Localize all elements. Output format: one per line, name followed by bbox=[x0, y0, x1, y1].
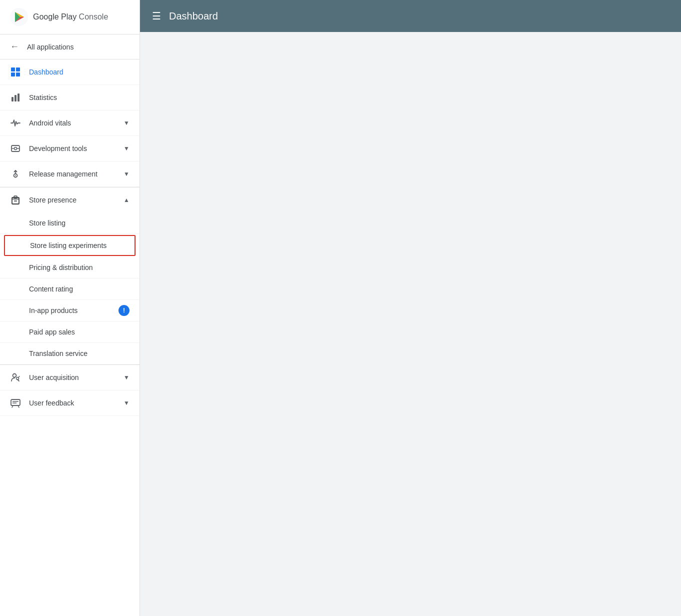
android-vitals-label: Android vitals bbox=[29, 119, 116, 127]
svg-point-10 bbox=[14, 148, 17, 150]
svg-rect-16 bbox=[14, 196, 17, 198]
google-play-logo-icon bbox=[10, 8, 28, 26]
dashboard-icon bbox=[10, 66, 21, 78]
in-app-products-badge: ! bbox=[118, 305, 130, 316]
release-icon bbox=[10, 168, 21, 180]
content-rating-item[interactable]: Content rating bbox=[0, 278, 140, 300]
sidebar-item-user-feedback[interactable]: User feedback ▼ bbox=[0, 390, 140, 416]
svg-point-14 bbox=[15, 175, 16, 176]
paid-app-sales-label: Paid app sales bbox=[29, 328, 75, 336]
store-presence-label: Store presence bbox=[29, 196, 116, 204]
pricing-distribution-item[interactable]: Pricing & distribution bbox=[0, 257, 140, 278]
user-feedback-chevron-icon: ▼ bbox=[124, 400, 130, 406]
sidebar: Google Play Console ← All applications D… bbox=[0, 0, 140, 616]
store-listing-label: Store listing bbox=[29, 219, 66, 227]
svg-rect-2 bbox=[11, 68, 15, 72]
store-presence-chevron-icon: ▲ bbox=[124, 196, 130, 204]
sidebar-item-statistics[interactable]: Statistics bbox=[0, 85, 140, 110]
sidebar-header: Google Play Console bbox=[0, 0, 140, 34]
store-presence-submenu: Store listing Store listing experiments … bbox=[0, 212, 140, 364]
sidebar-item-android-vitals[interactable]: Android vitals ▼ bbox=[0, 110, 140, 136]
dashboard-label: Dashboard bbox=[29, 68, 130, 76]
svg-rect-3 bbox=[16, 68, 20, 72]
in-app-products-label: In-app products bbox=[29, 306, 78, 314]
svg-rect-8 bbox=[18, 94, 20, 102]
svg-point-18 bbox=[13, 374, 16, 378]
translation-service-label: Translation service bbox=[29, 350, 88, 358]
statistics-label: Statistics bbox=[29, 94, 130, 102]
svg-rect-20 bbox=[11, 400, 20, 406]
sidebar-navigation: ← All applications Dashboard bbox=[0, 34, 140, 616]
all-applications-label: All applications bbox=[27, 43, 74, 51]
in-app-products-item[interactable]: In-app products ! bbox=[0, 300, 140, 322]
page-title: Dashboard bbox=[169, 10, 218, 22]
main-header: ☰ Dashboard bbox=[140, 0, 681, 32]
paid-app-sales-item[interactable]: Paid app sales bbox=[0, 322, 140, 343]
svg-rect-5 bbox=[16, 72, 20, 76]
store-listing-item[interactable]: Store listing bbox=[0, 212, 140, 234]
pricing-distribution-label: Pricing & distribution bbox=[29, 264, 93, 272]
svg-rect-4 bbox=[11, 72, 15, 76]
release-management-chevron-icon: ▼ bbox=[124, 170, 130, 178]
dev-tools-icon bbox=[10, 143, 21, 154]
development-tools-chevron-icon: ▼ bbox=[124, 145, 130, 152]
release-management-label: Release management bbox=[29, 170, 116, 178]
sidebar-item-store-presence[interactable]: Store presence ▲ bbox=[0, 188, 140, 212]
user-acquisition-label: User acquisition bbox=[29, 374, 116, 382]
back-arrow-icon: ← bbox=[10, 42, 19, 52]
vitals-icon bbox=[10, 118, 21, 128]
svg-rect-6 bbox=[12, 97, 14, 102]
user-acquisition-chevron-icon: ▼ bbox=[124, 374, 130, 381]
main-body bbox=[140, 32, 681, 616]
main-content: ☰ Dashboard bbox=[140, 0, 681, 616]
store-listing-experiments-item[interactable]: Store listing experiments bbox=[4, 235, 136, 256]
bar-chart-icon bbox=[10, 92, 21, 103]
svg-rect-17 bbox=[14, 200, 17, 202]
store-listing-experiments-label: Store listing experiments bbox=[30, 242, 106, 250]
hamburger-menu-icon[interactable]: ☰ bbox=[152, 10, 161, 22]
sidebar-item-release-management[interactable]: Release management ▼ bbox=[0, 162, 140, 187]
store-icon bbox=[10, 194, 21, 206]
user-feedback-label: User feedback bbox=[29, 399, 116, 407]
user-acquisition-icon bbox=[10, 372, 21, 383]
sidebar-item-dashboard[interactable]: Dashboard bbox=[0, 60, 140, 85]
android-vitals-chevron-icon: ▼ bbox=[124, 120, 130, 126]
development-tools-label: Development tools bbox=[29, 144, 116, 152]
sidebar-item-development-tools[interactable]: Development tools ▼ bbox=[0, 136, 140, 162]
all-applications-item[interactable]: ← All applications bbox=[0, 34, 140, 60]
sidebar-item-user-acquisition[interactable]: User acquisition ▼ bbox=[0, 365, 140, 390]
user-feedback-icon bbox=[10, 398, 21, 408]
content-rating-label: Content rating bbox=[29, 285, 73, 293]
logo-text: Google Play Console bbox=[33, 12, 108, 22]
svg-point-19 bbox=[16, 378, 19, 380]
translation-service-item[interactable]: Translation service bbox=[0, 343, 140, 364]
svg-rect-7 bbox=[14, 95, 16, 102]
